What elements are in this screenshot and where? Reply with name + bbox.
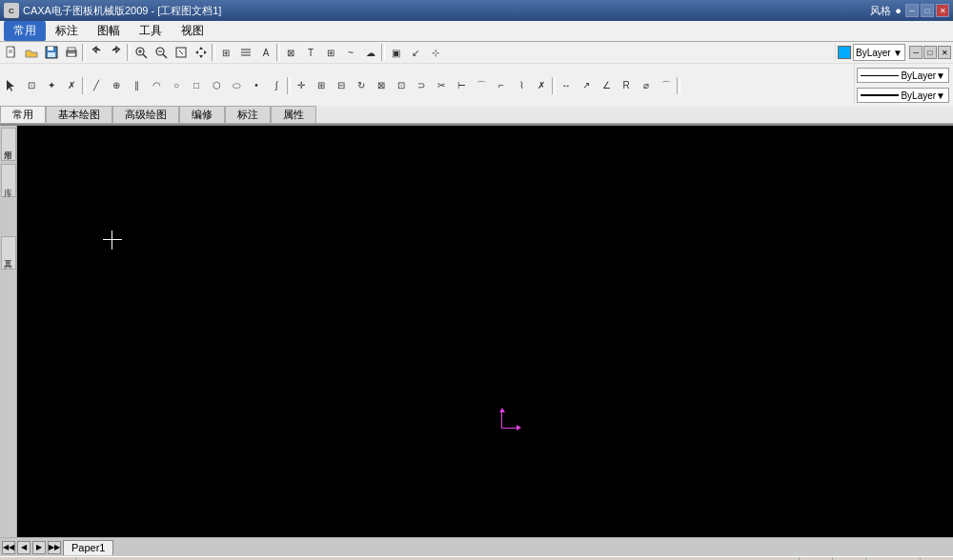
left-panel-btn-3[interactable]: 工具: [1, 236, 16, 270]
parallel-button[interactable]: ∥: [127, 76, 146, 95]
new-button[interactable]: [2, 43, 21, 62]
extend-button[interactable]: ⊢: [452, 76, 471, 95]
ellipse-button[interactable]: ⬭: [227, 76, 246, 95]
separator-4: [276, 44, 280, 61]
rect-button[interactable]: □: [187, 76, 206, 95]
copy-button[interactable]: ⊞: [312, 76, 331, 95]
doc-close-button[interactable]: ✕: [938, 46, 951, 59]
trim-button[interactable]: ✂: [432, 76, 451, 95]
help-icon[interactable]: ●: [895, 5, 902, 16]
nav-first-button[interactable]: ◀◀: [2, 541, 15, 554]
point-button[interactable]: •: [247, 76, 266, 95]
table-button[interactable]: ⊞: [321, 43, 340, 62]
layer-button[interactable]: [236, 43, 255, 62]
tab-common[interactable]: 常用: [0, 106, 46, 123]
nav-last-button[interactable]: ▶▶: [48, 541, 61, 554]
doc-restore-button[interactable]: □: [923, 46, 937, 59]
redo-button[interactable]: [107, 43, 126, 62]
centerline-button[interactable]: ⊕: [107, 76, 126, 95]
dim-linear-button[interactable]: ↔: [557, 76, 576, 95]
separator-6: [82, 77, 86, 94]
zoom-all-button[interactable]: [172, 43, 191, 62]
spline-button[interactable]: ~: [341, 43, 360, 62]
dim-radius-button[interactable]: R: [617, 76, 636, 95]
lineweight-arrow: ▼: [936, 90, 945, 101]
canvas-area[interactable]: [17, 126, 953, 537]
menu-item-view[interactable]: 视图: [172, 21, 213, 41]
circle-button[interactable]: ○: [167, 76, 186, 95]
cursor-cross: [103, 230, 122, 250]
toolbar-row-1: ⊞ A ⊠ T ⊞ ~ ☁ ▣ ↙ ⊹ ByLayer ▼: [0, 42, 953, 64]
bottom-tabs: ◀◀ ◀ ▶ ▶▶ Paper1: [0, 537, 953, 556]
delete-button[interactable]: ✗: [532, 76, 551, 95]
tab-basic-draw[interactable]: 基本绘图: [46, 106, 112, 123]
close-button[interactable]: ✕: [936, 4, 949, 17]
properties-button[interactable]: ⊞: [216, 43, 235, 62]
menu-item-format[interactable]: 图幅: [88, 21, 130, 41]
bezier-button[interactable]: ∫: [267, 76, 286, 95]
deselect-button[interactable]: ✗: [62, 76, 81, 95]
move-button[interactable]: ✛: [292, 76, 311, 95]
print-button[interactable]: [62, 43, 81, 62]
fillet-button[interactable]: ⌒: [472, 76, 491, 95]
polygon-button[interactable]: ⬡: [207, 76, 226, 95]
offset-button[interactable]: ⊃: [412, 76, 431, 95]
cursor-vertical: [112, 230, 112, 250]
undo-button[interactable]: [87, 43, 106, 62]
main-area: 常用 库 工具: [0, 126, 953, 537]
left-panel: 常用 库 工具: [0, 126, 17, 537]
insert-button[interactable]: ↙: [406, 43, 425, 62]
page-tab-paper1[interactable]: Paper1: [63, 540, 113, 555]
scale-button[interactable]: ⊠: [372, 76, 391, 95]
dim-aligned-button[interactable]: ↗: [577, 76, 596, 95]
pick-button[interactable]: ✦: [42, 76, 61, 95]
doc-minimize-button[interactable]: ─: [909, 46, 923, 59]
left-panel-btn-2[interactable]: 库: [1, 164, 16, 197]
fence-button[interactable]: ⊡: [22, 76, 41, 95]
rotate-button[interactable]: ↻: [352, 76, 371, 95]
menu-item-common[interactable]: 常用: [4, 21, 46, 41]
dim-angle-button[interactable]: ∠: [597, 76, 616, 95]
cloud-button[interactable]: ☁: [361, 43, 380, 62]
pan-button[interactable]: [192, 43, 211, 62]
tab-modify[interactable]: 编修: [179, 106, 225, 123]
lineweight-dropdown[interactable]: ByLayer ▼: [857, 88, 949, 103]
dim-diameter-button[interactable]: ⌀: [637, 76, 656, 95]
zoom-out-button[interactable]: [152, 43, 171, 62]
select-button[interactable]: [2, 76, 21, 95]
hatch-button[interactable]: ⊠: [281, 43, 300, 62]
menu-item-annotation[interactable]: 标注: [46, 21, 88, 41]
separator-9: [677, 77, 680, 94]
restore-button[interactable]: □: [921, 4, 934, 17]
linetype-dropdown[interactable]: ByLayer ▼: [857, 68, 949, 83]
title-right-controls: 风格 ● ─ □ ✕: [870, 4, 949, 18]
tab-properties[interactable]: 属性: [271, 106, 316, 123]
line-solid-preview: [861, 75, 899, 76]
array-button[interactable]: ⊡: [392, 76, 411, 95]
menu-item-tools[interactable]: 工具: [130, 21, 172, 41]
nav-prev-button[interactable]: ◀: [17, 541, 30, 554]
nav-next-button[interactable]: ▶: [32, 541, 46, 554]
zoom-window-button[interactable]: [132, 43, 151, 62]
separator-1: [82, 44, 86, 61]
text-button[interactable]: T: [301, 43, 320, 62]
explode-button[interactable]: ⊹: [426, 43, 445, 62]
line-button[interactable]: ╱: [87, 76, 106, 95]
block-button[interactable]: ▣: [386, 43, 405, 62]
left-panel-btn-1[interactable]: 常用: [1, 128, 16, 161]
chamfer-button[interactable]: ⌐: [492, 76, 511, 95]
color-indicator: [838, 46, 851, 59]
minimize-button[interactable]: ─: [905, 4, 919, 17]
open-button[interactable]: [22, 43, 41, 62]
mirror-button[interactable]: ⊟: [332, 76, 351, 95]
titlebar-left: C CAXA电子图板机械版2009 - [工程图文档1]: [4, 3, 221, 18]
dim-arc-button[interactable]: ⌒: [657, 76, 676, 95]
break-button[interactable]: ⌇: [512, 76, 531, 95]
svg-line-14: [163, 54, 167, 58]
color-dropdown[interactable]: ByLayer ▼: [853, 44, 905, 61]
style-button[interactable]: A: [256, 43, 275, 62]
tab-annotation[interactable]: 标注: [225, 106, 271, 123]
arc-button[interactable]: ◠: [147, 76, 166, 95]
save-button[interactable]: [42, 43, 61, 62]
tab-advanced-draw[interactable]: 高级绘图: [112, 106, 179, 123]
